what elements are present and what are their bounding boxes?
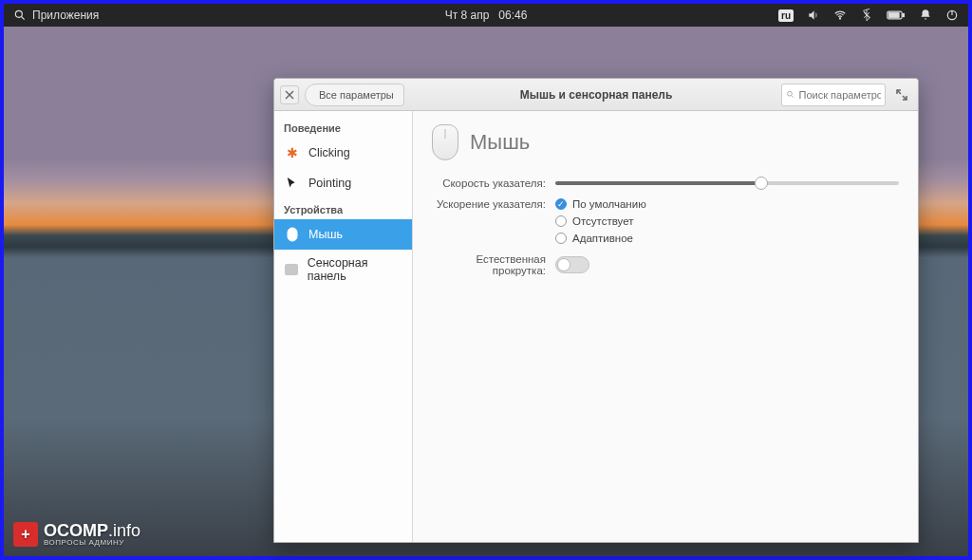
svg-line-1 (22, 17, 25, 20)
slider-thumb[interactable] (755, 177, 768, 190)
date-label: Чт 8 апр (445, 9, 490, 22)
watermark-sub: ВОПРОСЫ АДМИНУ (44, 539, 140, 547)
accel-option-none[interactable]: Отсутствует (555, 215, 646, 227)
accel-label: Ускорение указателя: (432, 198, 555, 210)
close-icon (285, 90, 294, 100)
sidebar-item-label: Clicking (308, 146, 350, 159)
radio-label: По умолчанию (572, 198, 646, 210)
top-bar: Приложения Чт 8 апр 06:46 ru (4, 4, 968, 27)
svg-line-11 (792, 96, 794, 98)
pointer-speed-label: Скорость указателя: (432, 177, 555, 189)
sidebar-item-pointing[interactable]: Pointing (274, 168, 412, 198)
back-label: Все параметры (319, 89, 394, 101)
svg-point-10 (788, 91, 793, 96)
natural-scroll-toggle[interactable] (555, 256, 589, 273)
toggle-knob (557, 258, 570, 271)
mouse-large-icon (432, 124, 458, 160)
sidebar-item-clicking[interactable]: ✱ Clicking (274, 138, 412, 168)
search-icon (13, 9, 27, 22)
close-button[interactable] (280, 85, 299, 104)
window-titlebar[interactable]: Все параметры Мышь и сенсорная панель (274, 79, 918, 111)
wifi-icon[interactable] (833, 9, 847, 22)
power-icon[interactable] (945, 9, 959, 22)
page-title: Мышь (470, 130, 530, 155)
clicking-icon: ✱ (284, 144, 301, 161)
svg-rect-13 (285, 264, 298, 275)
svg-rect-4 (903, 13, 905, 16)
sidebar-item-touchpad[interactable]: Сенсорная панель (274, 250, 412, 289)
radio-icon (555, 233, 567, 244)
svg-point-2 (839, 18, 840, 19)
watermark-suffix: .info (108, 521, 140, 540)
content-pane: Мышь Скорость указателя: Ускорение указа… (413, 111, 918, 542)
sidebar-item-label: Мышь (308, 228, 343, 241)
sidebar-item-mouse[interactable]: Мышь (274, 219, 412, 250)
watermark: + OCOMP.info ВОПРОСЫ АДМИНУ (13, 522, 140, 547)
svg-rect-5 (888, 13, 899, 18)
mouse-icon (284, 226, 301, 243)
sidebar-item-label: Pointing (308, 177, 351, 190)
pointer-speed-slider[interactable] (555, 181, 899, 185)
watermark-brand: OCOMP (44, 521, 108, 540)
slider-fill (555, 181, 761, 185)
accel-option-default[interactable]: По умолчанию (555, 198, 646, 210)
touchpad-icon (284, 261, 300, 278)
search-input[interactable] (799, 89, 881, 101)
clock[interactable]: Чт 8 апр 06:46 (445, 9, 528, 22)
accel-radio-group: По умолчанию Отсутствует Адаптивное (555, 198, 646, 244)
sidebar-item-label: Сенсорная панель (308, 256, 402, 283)
search-icon (786, 89, 795, 100)
keyboard-layout-indicator[interactable]: ru (778, 9, 794, 22)
maximize-button[interactable] (891, 84, 912, 105)
sidebar: Поведение ✱ Clicking Pointing Устройства (274, 111, 413, 542)
back-button[interactable]: Все параметры (305, 84, 404, 106)
maximize-icon (896, 89, 907, 101)
applications-label: Приложения (32, 9, 99, 22)
window-title: Мышь и сенсорная панель (520, 88, 673, 102)
radio-icon (555, 215, 567, 227)
radio-label: Адаптивное (572, 233, 633, 244)
svg-rect-12 (288, 228, 297, 241)
radio-label: Отсутствует (572, 215, 634, 227)
sidebar-section-devices: Устройства (274, 198, 412, 219)
bell-icon[interactable] (919, 9, 932, 22)
svg-point-0 (15, 10, 22, 17)
sidebar-section-behavior: Поведение (274, 117, 412, 138)
search-input-wrapper[interactable] (781, 84, 886, 106)
natural-scroll-label: Естественная прокрутка: (432, 253, 555, 276)
accel-option-adaptive[interactable]: Адаптивное (555, 233, 646, 244)
radio-checked-icon (555, 198, 567, 210)
cursor-icon (284, 175, 301, 192)
volume-icon[interactable] (807, 9, 820, 22)
desktop-wallpaper: Приложения Чт 8 апр 06:46 ru (4, 4, 968, 556)
plus-icon: + (13, 522, 38, 547)
battery-icon[interactable] (887, 9, 906, 21)
time-label: 06:46 (498, 9, 527, 22)
applications-menu[interactable]: Приложения (13, 9, 99, 22)
settings-window: Все параметры Мышь и сенсорная панель По… (273, 78, 919, 543)
bluetooth-icon[interactable] (860, 9, 873, 22)
